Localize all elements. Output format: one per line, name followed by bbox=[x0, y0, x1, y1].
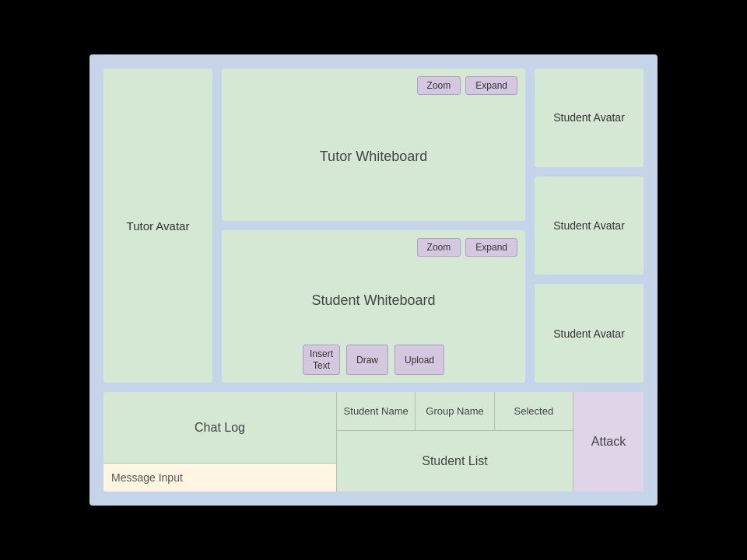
tutor-avatar-label: Tutor Avatar bbox=[127, 219, 190, 233]
student-avatars-col: Student Avatar Student Avatar Student Av… bbox=[535, 68, 644, 383]
tutor-whiteboard-label: Tutor Whiteboard bbox=[230, 100, 517, 213]
student-list-header: Student Name Group Name Selected bbox=[337, 392, 573, 431]
group-name-header: Group Name bbox=[416, 392, 494, 430]
student-avatar-1: Student Avatar bbox=[535, 68, 644, 167]
upload-button[interactable]: Upload bbox=[395, 345, 444, 375]
tutor-expand-button[interactable]: Expand bbox=[465, 76, 517, 95]
insert-text-button[interactable]: Insert Text bbox=[303, 345, 340, 375]
student-expand-button[interactable]: Expand bbox=[465, 238, 517, 257]
student-whiteboard-bottom-toolbar: Insert Text Draw Upload bbox=[230, 345, 517, 375]
student-avatar-2: Student Avatar bbox=[535, 177, 644, 275]
student-zoom-button[interactable]: Zoom bbox=[417, 238, 461, 257]
draw-button[interactable]: Draw bbox=[346, 345, 388, 375]
tutor-avatar: Tutor Avatar bbox=[103, 68, 212, 383]
student-whiteboard-label: Student Whiteboard bbox=[230, 261, 517, 340]
main-container: Tutor Avatar Zoom Expand Tutor Whiteboar… bbox=[89, 54, 658, 506]
tutor-whiteboard: Zoom Expand Tutor Whiteboard bbox=[222, 68, 525, 221]
message-input[interactable]: Message Input bbox=[103, 464, 336, 492]
student-whiteboard-toolbar: Zoom Expand bbox=[230, 238, 517, 257]
tutor-zoom-button[interactable]: Zoom bbox=[417, 76, 461, 95]
chat-log-area: Chat Log Message Input bbox=[103, 392, 337, 492]
top-section: Tutor Avatar Zoom Expand Tutor Whiteboar… bbox=[103, 68, 644, 383]
tutor-whiteboard-toolbar: Zoom Expand bbox=[230, 76, 517, 95]
student-avatar-3: Student Avatar bbox=[535, 284, 644, 383]
student-whiteboard: Zoom Expand Student Whiteboard Insert Te… bbox=[222, 230, 525, 383]
whiteboards-col: Zoom Expand Tutor Whiteboard Zoom Expand… bbox=[222, 68, 525, 383]
bottom-section: Chat Log Message Input Student Name Grou… bbox=[103, 392, 644, 492]
selected-header: Selected bbox=[495, 392, 573, 430]
attack-area[interactable]: Attack bbox=[573, 392, 644, 492]
chat-log-label: Chat Log bbox=[103, 392, 336, 464]
student-list-body: Student List bbox=[337, 431, 573, 492]
student-name-header: Student Name bbox=[337, 392, 416, 430]
student-list-area: Student Name Group Name Selected Student… bbox=[337, 392, 573, 492]
